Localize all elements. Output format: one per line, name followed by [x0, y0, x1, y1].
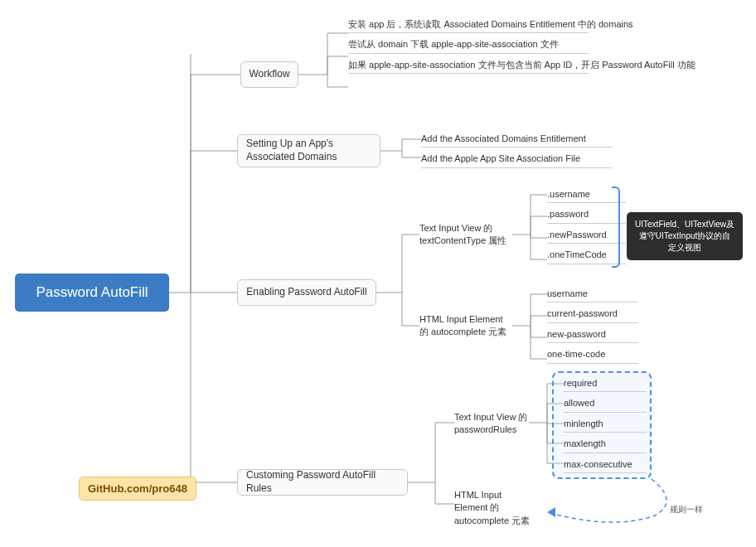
node-custom-rules: Customing Password AutoFill Rules: [237, 469, 408, 496]
associated-domains-leaves: Add the Associated Domains Entitlement A…: [421, 133, 612, 173]
tag-uitextfield: UITextField、UITextView及遵守UITextInput协议的自…: [627, 212, 743, 260]
label-html-autocomplete-rules: HTML Input Element 的 autocomplete 元素: [454, 489, 537, 527]
label-password-rules: Text Input View 的 passwordRules: [454, 411, 531, 437]
rules-leaves: required allowed minlength maxlength max…: [564, 377, 647, 478]
node-enabling-autofill: Enabling Password AutoFill: [237, 279, 376, 306]
root-label: Password AutoFill: [36, 284, 148, 301]
label-html-autocomplete: HTML Input Element 的 autocomplete 元素: [419, 313, 512, 339]
annotation-same-rules: 规则一样: [670, 504, 703, 516]
github-badge: GitHub.com/pro648: [79, 477, 196, 501]
html-ac-leaves: username current-password new-password o…: [547, 288, 638, 369]
workflow-leaves: 安装 app 后，系统读取 Associated Domains Entitle…: [348, 18, 589, 79]
root-node: Password AutoFill: [15, 274, 169, 312]
bracket-icon: [612, 186, 620, 268]
label-text-content-type: Text Input View 的 textContentType 属性: [419, 222, 512, 248]
node-workflow: Workflow: [240, 61, 298, 88]
svg-marker-0: [547, 507, 555, 517]
node-associated-domains: Setting Up an App's Associated Domains: [237, 134, 380, 167]
